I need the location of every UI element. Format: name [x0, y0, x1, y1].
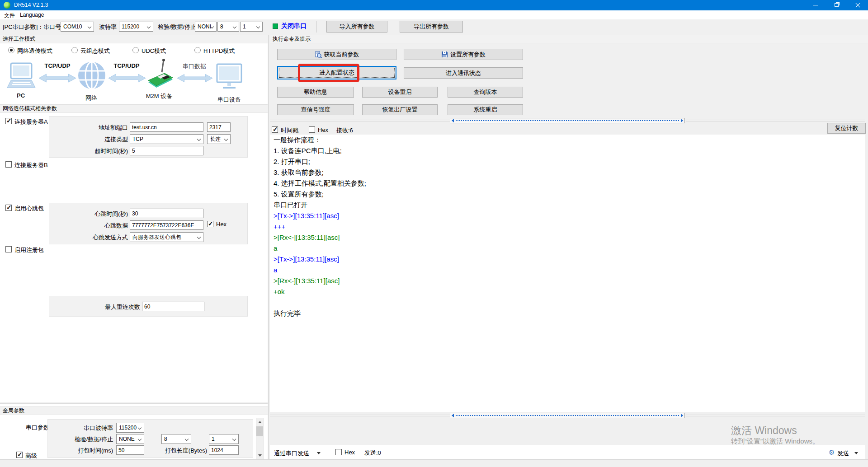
heartbeat-mode-label: 心跳发送方式: [74, 234, 128, 242]
chevron-down-icon: [185, 437, 189, 441]
radio-httpd[interactable]: [194, 47, 201, 53]
get-params-button[interactable]: 获取当前参数: [277, 49, 396, 60]
timestamp-checkbox[interactable]: [272, 126, 278, 133]
send-hex-label: Hex: [344, 449, 355, 456]
arrow-icon: [177, 72, 212, 84]
diagram-link1-label: TCP/UDP: [42, 62, 73, 69]
scroll-right-icon[interactable]: [681, 119, 683, 122]
export-params-button[interactable]: 导出所有参数: [400, 21, 463, 33]
work-mode-header: 选择工作模式: [0, 35, 268, 43]
radio-udc[interactable]: [132, 47, 139, 53]
chevron-down-icon[interactable]: [854, 452, 858, 454]
log-output[interactable]: 一般操作流程：1. 设备连PC串口,上电;2. 打开串口;3. 获取当前参数;4…: [270, 135, 865, 412]
menu-file[interactable]: 文件: [4, 12, 15, 19]
pack-len-label: 打包长度(Bytes): [158, 447, 207, 455]
toolbar: [PC串口参数]：串口号 COM10 波特率 115200 检验/数据/停止 N…: [0, 19, 868, 34]
set-params-button[interactable]: 设置所有参数: [404, 49, 523, 60]
heartbeat-checkbox[interactable]: [5, 205, 12, 211]
baud-select[interactable]: 115200: [119, 22, 153, 32]
heartbeat-data-input[interactable]: [130, 220, 203, 230]
send-button[interactable]: 发送: [837, 449, 849, 458]
help-info-button[interactable]: 帮助信息: [277, 87, 354, 98]
log-line: 5. 设置所有参数;: [270, 189, 865, 200]
signal-strength-button[interactable]: 查信号强度: [277, 104, 354, 115]
pack-time-input[interactable]: [116, 445, 144, 455]
app-icon: [4, 2, 10, 9]
divider: [270, 121, 450, 121]
com-port-select[interactable]: COM10: [61, 22, 94, 32]
log-top-scrollbar[interactable]: [450, 118, 685, 123]
arrow-icon: [39, 72, 76, 84]
system-restart-button[interactable]: 系统重启: [448, 104, 523, 115]
heartbeat-hex-label: Hex: [216, 221, 226, 228]
chevron-down-icon[interactable]: [317, 452, 321, 454]
advanced-checkbox[interactable]: [16, 452, 23, 458]
divider: [686, 120, 865, 120]
advanced-label: 高级: [25, 452, 37, 460]
timeout-input[interactable]: [130, 146, 203, 155]
divider: [0, 402, 268, 402]
stopbits-select[interactable]: 1: [240, 22, 263, 32]
chevron-down-icon: [224, 137, 228, 141]
divider: [686, 121, 865, 121]
log-line: 一般操作流程：: [270, 135, 865, 145]
scroll-left-icon[interactable]: [452, 119, 454, 122]
import-params-button[interactable]: 导入所有参数: [326, 21, 387, 33]
divider: [686, 416, 865, 416]
left-scrollbar[interactable]: [256, 418, 264, 460]
server-b-label: 连接服务器B: [14, 161, 48, 169]
scroll-right-icon[interactable]: [681, 414, 683, 417]
server-port-input[interactable]: [207, 122, 231, 132]
scroll-down-icon[interactable]: [256, 452, 263, 459]
send-via-serial-button[interactable]: 通过串口发送: [274, 449, 309, 458]
enter-comm-button[interactable]: 进入通讯状态: [404, 67, 523, 79]
global-stopbits-select[interactable]: 1: [209, 434, 239, 444]
send-hex-checkbox[interactable]: [335, 449, 342, 455]
parity-select[interactable]: NONI: [195, 22, 217, 32]
close-button[interactable]: [847, 0, 868, 10]
log-hex-label: Hex: [318, 126, 328, 133]
reconnect-input[interactable]: [142, 302, 204, 311]
log-line: +ok: [270, 286, 865, 297]
panel-splitter[interactable]: [268, 35, 269, 459]
heartbeat-label: 启用心跳包: [14, 205, 44, 213]
server-a-checkbox[interactable]: [5, 118, 12, 124]
pack-len-input[interactable]: [209, 445, 239, 455]
global-parity-select[interactable]: NONE: [116, 434, 144, 444]
register-checkbox[interactable]: [5, 246, 12, 252]
query-version-button[interactable]: 查询版本: [448, 87, 523, 98]
chevron-down-icon: [256, 25, 260, 28]
reset-count-button[interactable]: 复位计数: [827, 123, 866, 134]
log-line: [270, 297, 865, 308]
databits-select[interactable]: 8: [217, 22, 239, 32]
conn-type-select[interactable]: TCP: [130, 134, 203, 144]
conn-type-label: 连接类型: [74, 135, 128, 144]
device-restart-button[interactable]: 设备重启: [362, 87, 438, 98]
heartbeat-mode-select[interactable]: 向服务器发送心跳包: [130, 232, 203, 242]
heartbeat-time-input[interactable]: [130, 209, 203, 218]
keepalive-select[interactable]: 长连: [207, 134, 231, 144]
heartbeat-hex-checkbox[interactable]: [207, 221, 213, 227]
scrollbar-thumb[interactable]: [256, 426, 263, 436]
log-bottom-scrollbar[interactable]: [450, 413, 685, 418]
sent-count: 发送:0: [364, 449, 381, 457]
global-databits-select[interactable]: 8: [161, 434, 191, 444]
menu-language[interactable]: Language: [20, 12, 44, 18]
toolbar-separator: [316, 21, 317, 33]
server-b-checkbox[interactable]: [5, 161, 12, 168]
factory-reset-button[interactable]: 恢复出厂设置: [362, 104, 438, 115]
server-a-label: 连接服务器A: [14, 118, 48, 126]
close-port-button[interactable]: 关闭串口: [281, 22, 307, 30]
minimize-button[interactable]: [806, 0, 826, 10]
diagram-pc-label: PC: [12, 92, 30, 99]
log-line: +++: [270, 221, 865, 232]
scroll-up-icon[interactable]: [256, 418, 263, 426]
restore-button[interactable]: [826, 0, 847, 10]
log-hex-checkbox[interactable]: [309, 126, 315, 133]
radio-cloud[interactable]: [71, 47, 78, 53]
scroll-left-icon[interactable]: [452, 414, 454, 417]
global-baud-select[interactable]: 115200: [116, 423, 144, 433]
server-addr-input[interactable]: [130, 122, 203, 132]
radio-net-transparent[interactable]: [8, 47, 14, 53]
floppy-save-icon: [441, 51, 448, 58]
